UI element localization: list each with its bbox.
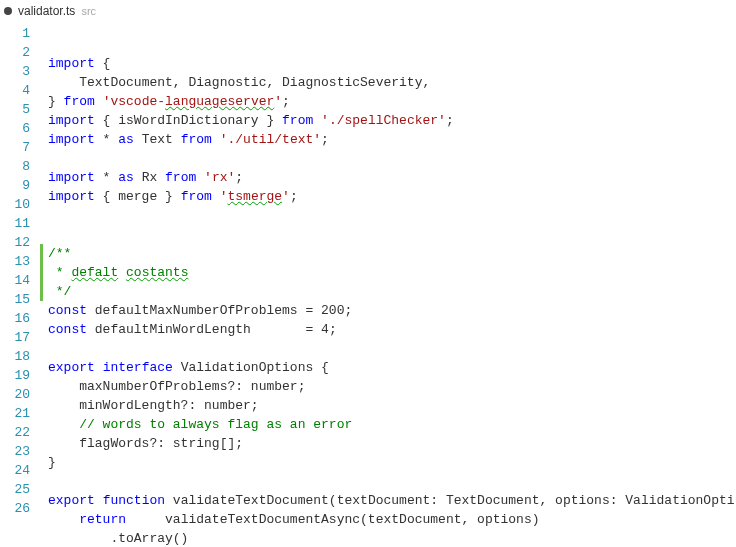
code-line[interactable]	[48, 206, 736, 225]
code-line[interactable]: minWordLength?: number;	[48, 396, 736, 415]
line-number: 22	[0, 423, 30, 442]
line-number: 9	[0, 176, 30, 195]
tab-bar: validator.ts src	[0, 0, 736, 22]
line-number: 2	[0, 43, 30, 62]
spell-warning: tsmerge	[227, 189, 282, 204]
spell-warning: costants	[126, 265, 188, 280]
code-line[interactable]: flagWords?: string[];	[48, 434, 736, 453]
code-line[interactable]	[48, 225, 736, 244]
line-number: 19	[0, 366, 30, 385]
line-number: 11	[0, 214, 30, 233]
tab-title[interactable]: validator.ts	[18, 4, 75, 18]
code-line[interactable]: import * as Text from './util/text';	[48, 130, 736, 149]
line-number: 6	[0, 119, 30, 138]
line-number: 26	[0, 499, 30, 518]
line-number: 5	[0, 100, 30, 119]
code-line[interactable]	[48, 472, 736, 491]
code-line[interactable]: // words to always flag as an error	[48, 415, 736, 434]
line-number: 8	[0, 157, 30, 176]
spell-warning: defalt	[71, 265, 118, 280]
code-line[interactable]: .toArray()	[48, 529, 736, 547]
spell-warning: languageserver	[165, 94, 274, 109]
line-number: 4	[0, 81, 30, 100]
line-number: 25	[0, 480, 30, 499]
code-line[interactable]: TextDocument, Diagnostic, DiagnosticSeve…	[48, 73, 736, 92]
code-line[interactable]: } from 'vscode-languageserver';	[48, 92, 736, 111]
code-area[interactable]: import { TextDocument, Diagnostic, Diagn…	[40, 22, 736, 547]
line-number: 7	[0, 138, 30, 157]
line-number: 24	[0, 461, 30, 480]
line-number: 23	[0, 442, 30, 461]
editor: 1234567891011121314151617181920212223242…	[0, 22, 736, 547]
line-number: 12	[0, 233, 30, 252]
code-line[interactable]: const defaultMinWordLength = 4;	[48, 320, 736, 339]
code-line[interactable]: export interface ValidationOptions {	[48, 358, 736, 377]
code-line[interactable]	[48, 149, 736, 168]
code-line[interactable]: const defaultMaxNumberOfProblems = 200;	[48, 301, 736, 320]
code-line[interactable]: * defalt costants	[48, 263, 736, 282]
code-line[interactable]: import {	[48, 54, 736, 73]
change-bar-icon	[40, 263, 43, 282]
tab-description: src	[81, 5, 96, 17]
line-gutter: 1234567891011121314151617181920212223242…	[0, 22, 40, 547]
line-number: 1	[0, 24, 30, 43]
line-number: 20	[0, 385, 30, 404]
change-bar-icon	[40, 282, 43, 301]
line-number: 15	[0, 290, 30, 309]
line-number: 21	[0, 404, 30, 423]
code-line[interactable]: }	[48, 453, 736, 472]
change-bar-icon	[40, 244, 43, 263]
code-line[interactable]: import * as Rx from 'rx';	[48, 168, 736, 187]
code-line[interactable]: import { merge } from 'tsmerge';	[48, 187, 736, 206]
code-line[interactable]: /**	[48, 244, 736, 263]
line-number: 10	[0, 195, 30, 214]
code-line[interactable]: return validateTextDocumentAsync(textDoc…	[48, 510, 736, 529]
code-line[interactable]: */	[48, 282, 736, 301]
line-number: 14	[0, 271, 30, 290]
code-line[interactable]: maxNumberOfProblems?: number;	[48, 377, 736, 396]
line-number: 17	[0, 328, 30, 347]
code-line[interactable]: import { isWordInDictionary } from './sp…	[48, 111, 736, 130]
dirty-indicator-icon	[4, 7, 12, 15]
line-number: 3	[0, 62, 30, 81]
code-line[interactable]	[48, 339, 736, 358]
line-number: 18	[0, 347, 30, 366]
line-number: 16	[0, 309, 30, 328]
line-number: 13	[0, 252, 30, 271]
code-line[interactable]: export function validateTextDocument(tex…	[48, 491, 736, 510]
